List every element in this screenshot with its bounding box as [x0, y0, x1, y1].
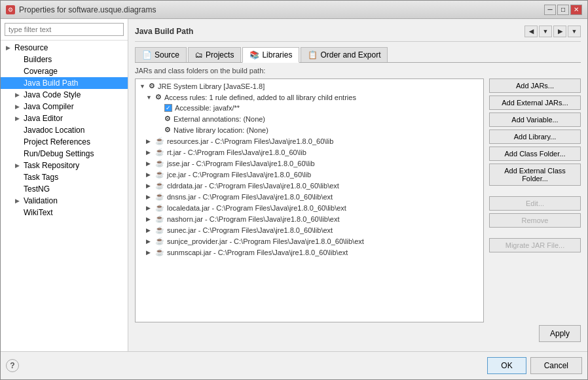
- sidebar-item-label: Task Tags: [24, 173, 58, 182]
- build-path-tabs: 📄 Source 🗂 Projects 📚 Libraries 📋 Order …: [135, 47, 581, 63]
- jar-item-label: Accessible: javafx/**: [175, 104, 240, 112]
- sidebar-item-task-tags[interactable]: Task Tags: [1, 171, 128, 183]
- apply-area: Apply: [135, 322, 581, 345]
- edit-button[interactable]: Edit...: [489, 196, 581, 211]
- expand-icon: ▶: [146, 182, 153, 189]
- sidebar: ▶ Resource Builders Coverage Java Build …: [1, 19, 128, 351]
- sidebar-item-label: Java Editor: [24, 114, 63, 123]
- sidebar-item-label: Java Build Path: [24, 78, 78, 88]
- expand-icon: ▼: [139, 83, 146, 90]
- tab-order-export[interactable]: 📋 Order and Export: [301, 47, 388, 62]
- jar-file-icon: ☕: [155, 137, 164, 145]
- nav-dropdown-button[interactable]: ▼: [539, 26, 552, 37]
- tab-source[interactable]: 📄 Source: [135, 47, 187, 62]
- expand-icon: ▶: [146, 227, 153, 233]
- sidebar-item-testng[interactable]: TestNG: [1, 183, 128, 195]
- expand-icon: ▶: [146, 249, 153, 256]
- sidebar-item-java-code-style[interactable]: ▶ Java Code Style: [1, 89, 128, 101]
- minimize-button[interactable]: ─: [544, 5, 556, 15]
- dialog-buttons: OK Cancel: [487, 357, 582, 374]
- jar-file-icon: ☕: [155, 148, 164, 156]
- cancel-button[interactable]: Cancel: [530, 357, 582, 374]
- list-item[interactable]: ▶ ☕ rt.jar - C:\Program Files\Java\jre1.…: [137, 147, 482, 158]
- add-class-folder-button[interactable]: Add Class Folder...: [489, 147, 581, 161]
- add-variable-button[interactable]: Add Variable...: [489, 112, 581, 127]
- nav-forward-button[interactable]: ▶: [553, 26, 566, 37]
- add-library-button[interactable]: Add Library...: [489, 130, 581, 144]
- sidebar-item-java-compiler[interactable]: ▶ Java Compiler: [1, 101, 128, 112]
- sidebar-item-resource[interactable]: ▶ Resource: [1, 42, 128, 54]
- jar-item-label: rt.jar - C:\Program Files\Java\jre1.8.0_…: [167, 148, 306, 156]
- jar-item-label: JRE System Library [JavaSE-1.8]: [158, 82, 265, 90]
- add-external-class-folder-button[interactable]: Add External Class Folder...: [489, 164, 581, 186]
- tab-libraries-label: Libraries: [262, 50, 292, 60]
- list-item[interactable]: ▼ ⚙ JRE System Library [JavaSE-1.8]: [137, 80, 482, 92]
- expand-icon: ▼: [146, 94, 153, 101]
- list-item[interactable]: ▶ ☕ jce.jar - C:\Program Files\Java\jre1…: [137, 169, 482, 180]
- sidebar-item-label: Task Repository: [24, 161, 79, 170]
- list-item[interactable]: ▶ ☕ resources.jar - C:\Program Files\Jav…: [137, 135, 482, 147]
- sidebar-item-label: WikiText: [24, 208, 53, 217]
- expand-icon: ▶: [146, 194, 153, 200]
- nav-forward-dropdown-button[interactable]: ▼: [568, 26, 581, 37]
- sidebar-item-label: Builders: [24, 55, 52, 64]
- list-item[interactable]: ▼ ⚙ Access rules: 1 rule defined, added …: [137, 92, 482, 103]
- source-tab-icon: 📄: [142, 50, 152, 60]
- list-item[interactable]: ▶ ☕ dnsns.jar - C:\Program Files\Java\jr…: [137, 191, 482, 202]
- sidebar-item-javadoc-location[interactable]: Javadoc Location: [1, 124, 128, 136]
- expand-icon: ▶: [146, 238, 153, 245]
- expand-arrow: ▶: [15, 115, 22, 122]
- sidebar-item-label: Resource: [14, 43, 48, 52]
- add-external-jars-button[interactable]: Add External JARs...: [489, 95, 581, 110]
- sidebar-item-label: Validation: [24, 196, 58, 205]
- jar-list[interactable]: ▼ ⚙ JRE System Library [JavaSE-1.8] ▼ ⚙ …: [135, 78, 484, 322]
- list-item[interactable]: ▶ ☕ nashorn.jar - C:\Program Files\Java\…: [137, 213, 482, 224]
- list-item[interactable]: ▶ ☕ cldrdata.jar - C:\Program Files\Java…: [137, 180, 482, 191]
- sidebar-item-project-references[interactable]: Project References: [1, 136, 128, 148]
- sidebar-item-validation[interactable]: ▶ Validation: [1, 195, 128, 207]
- add-jars-button[interactable]: Add JARs...: [489, 78, 581, 93]
- sidebar-item-run-debug[interactable]: Run/Debug Settings: [1, 148, 128, 160]
- expand-icon: ▶: [146, 149, 153, 156]
- list-item[interactable]: ✓ Accessible: javafx/**: [137, 103, 482, 113]
- expand-arrow: ▶: [6, 44, 12, 51]
- tab-source-label: Source: [155, 50, 179, 60]
- tab-projects-label: Projects: [206, 50, 234, 60]
- remove-button[interactable]: Remove: [489, 213, 581, 228]
- ok-button[interactable]: OK: [487, 357, 526, 374]
- list-item[interactable]: ▶ ☕ sunjce_provider.jar - C:\Program Fil…: [137, 235, 482, 247]
- action-buttons-panel: Add JARs... Add External JARs... Add Var…: [489, 78, 581, 322]
- sidebar-item-task-repository[interactable]: ▶ Task Repository: [1, 160, 128, 171]
- list-item[interactable]: ⚙ External annotations: (None): [137, 113, 482, 124]
- sidebar-item-java-editor[interactable]: ▶ Java Editor: [1, 112, 128, 124]
- filter-input[interactable]: [5, 23, 124, 36]
- nav-back-button[interactable]: ◀: [524, 26, 538, 37]
- checkbox-icon: ✓: [164, 104, 172, 112]
- sidebar-item-java-build-path[interactable]: Java Build Path: [1, 77, 128, 89]
- sidebar-item-label: Java Code Style: [24, 90, 81, 99]
- expand-arrow: ▶: [15, 103, 22, 110]
- sidebar-item-builders[interactable]: Builders: [1, 54, 128, 65]
- bottom-bar: ? OK Cancel: [1, 351, 587, 379]
- sidebar-item-wikitext[interactable]: WikiText: [1, 207, 128, 218]
- tab-libraries[interactable]: 📚 Libraries: [242, 47, 299, 63]
- jar-file-icon: ☕: [155, 159, 164, 167]
- migrate-jar-button[interactable]: Migrate JAR File...: [489, 238, 581, 252]
- list-item[interactable]: ▶ ☕ sunmscapi.jar - C:\Program Files\Jav…: [137, 247, 482, 258]
- title-bar-left: ⚙ Properties for software.usque.diagrams: [6, 5, 156, 14]
- list-item[interactable]: ⚙ Native library location: (None): [137, 124, 482, 135]
- list-item[interactable]: ▶ ☕ jsse.jar - C:\Program Files\Java\jre…: [137, 158, 482, 169]
- apply-button[interactable]: Apply: [539, 325, 581, 342]
- close-button[interactable]: ✕: [570, 5, 582, 15]
- tab-projects[interactable]: 🗂 Projects: [188, 47, 241, 62]
- sidebar-item-coverage[interactable]: Coverage: [1, 65, 128, 77]
- order-export-tab-icon: 📋: [308, 50, 318, 60]
- properties-dialog: ⚙ Properties for software.usque.diagrams…: [0, 0, 588, 380]
- sidebar-item-label: Run/Debug Settings: [24, 149, 94, 158]
- help-button[interactable]: ?: [6, 359, 19, 372]
- jar-file-icon: ☕: [155, 237, 164, 245]
- list-item[interactable]: ▶ ☕ localedata.jar - C:\Program Files\Ja…: [137, 202, 482, 213]
- jar-item-label: Access rules: 1 rule defined, added to a…: [164, 94, 356, 101]
- maximize-button[interactable]: □: [557, 5, 569, 15]
- list-item[interactable]: ▶ ☕ sunec.jar - C:\Program Files\Java\jr…: [137, 224, 482, 235]
